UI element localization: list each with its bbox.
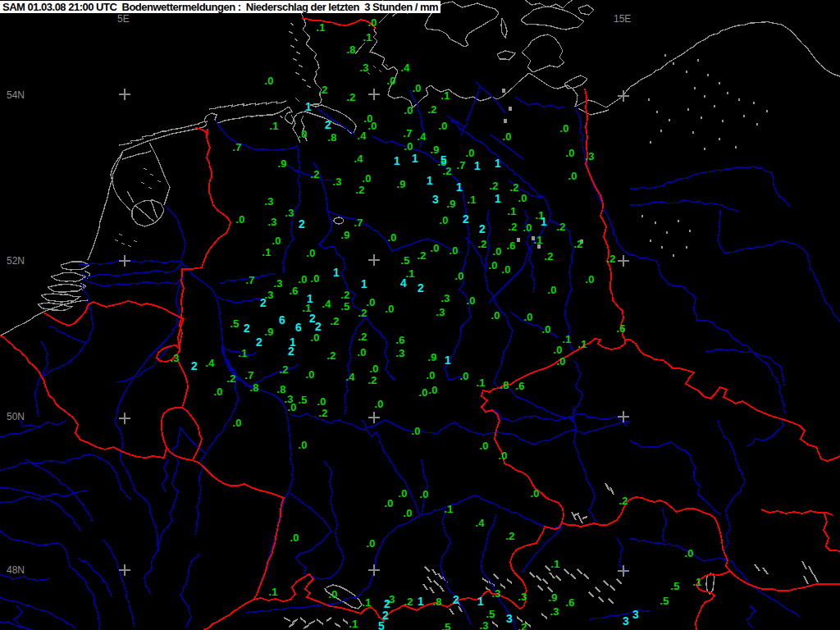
svg-text:.2: .2	[404, 596, 413, 608]
svg-text:.2: .2	[490, 180, 499, 192]
svg-text:.0: .0	[523, 221, 532, 234]
svg-text:6: 6	[279, 313, 285, 326]
svg-text:1: 1	[456, 180, 463, 194]
svg-text:.2: .2	[227, 372, 236, 385]
svg-text:.0: .0	[404, 140, 413, 153]
svg-text:.2: .2	[518, 621, 527, 630]
svg-text:.3: .3	[274, 277, 283, 290]
svg-text:2: 2	[418, 281, 424, 294]
svg-text:.2: .2	[574, 238, 583, 250]
svg-text:.8: .8	[433, 596, 442, 608]
svg-text:.1: .1	[363, 596, 372, 609]
svg-text:.0: .0	[431, 242, 440, 254]
svg-text:1: 1	[495, 157, 501, 170]
svg-text:.2: .2	[545, 250, 554, 262]
svg-text:.1: .1	[441, 89, 450, 102]
svg-text:3: 3	[623, 614, 629, 628]
svg-text:.5: .5	[671, 580, 680, 592]
svg-text:3: 3	[632, 608, 639, 621]
svg-text:.0: .0	[311, 331, 320, 344]
svg-text:.4: .4	[401, 62, 411, 74]
svg-text:.0: .0	[370, 363, 379, 375]
svg-text:1: 1	[394, 154, 400, 167]
svg-text:.3: .3	[586, 150, 595, 162]
svg-text:.0: .0	[367, 537, 376, 550]
svg-text:.4: .4	[346, 371, 356, 383]
svg-text:.2: .2	[619, 495, 628, 507]
svg-text:.9: .9	[341, 229, 350, 241]
svg-text:.0: .0	[265, 75, 274, 87]
svg-text:.9: .9	[447, 198, 456, 210]
svg-text:1: 1	[305, 100, 312, 113]
svg-text:.5: .5	[299, 394, 308, 406]
svg-text:.2: .2	[319, 407, 328, 419]
svg-text:.8: .8	[328, 131, 337, 144]
svg-text:.3: .3	[518, 591, 527, 603]
svg-text:2: 2	[325, 118, 331, 131]
svg-text:.9: .9	[431, 144, 440, 156]
svg-text:5: 5	[441, 153, 447, 167]
svg-text:.2: .2	[327, 349, 336, 362]
svg-text:.6: .6	[290, 285, 299, 297]
svg-text:.1: .1	[349, 618, 358, 630]
svg-text:.6: .6	[566, 596, 575, 609]
svg-text:.2: .2	[347, 91, 356, 103]
svg-text:.2: .2	[356, 184, 365, 196]
svg-text:.0: .0	[413, 82, 422, 94]
svg-text:.5: .5	[231, 317, 240, 330]
svg-text:.7: .7	[246, 274, 255, 286]
svg-text:.1: .1	[508, 205, 517, 217]
svg-text:.0: .0	[387, 75, 396, 87]
svg-text:.3: .3	[492, 587, 501, 600]
svg-text:2: 2	[256, 336, 262, 349]
svg-text:.0: .0	[307, 247, 316, 259]
svg-text:.2: .2	[368, 374, 377, 386]
svg-text:.5: .5	[401, 254, 410, 267]
svg-text:.0: .0	[236, 213, 245, 226]
svg-text:48N: 48N	[7, 564, 25, 576]
svg-text:1: 1	[541, 215, 547, 228]
svg-text:.1: .1	[578, 338, 587, 350]
svg-text:.0: .0	[420, 488, 429, 500]
svg-text:.7: .7	[404, 127, 413, 139]
svg-text:15E: 15E	[614, 13, 631, 25]
svg-text:.1: .1	[317, 21, 326, 34]
svg-text:.0: .0	[460, 370, 469, 382]
svg-text:.0: .0	[502, 263, 511, 276]
svg-text:.1: .1	[262, 246, 272, 258]
svg-text:.6: .6	[507, 240, 516, 252]
svg-text:.2: .2	[331, 315, 340, 327]
svg-text:5E: 5E	[117, 13, 130, 25]
svg-text:1: 1	[474, 159, 481, 172]
svg-text:54N: 54N	[7, 89, 25, 101]
svg-text:.0: .0	[429, 384, 438, 396]
svg-text:.9: .9	[428, 351, 437, 363]
svg-text:.0: .0	[518, 192, 527, 204]
svg-text:.1: .1	[445, 503, 454, 515]
svg-text:.0: .0	[299, 128, 308, 140]
svg-text:.0: .0	[385, 497, 394, 509]
svg-text:.0: .0	[404, 507, 413, 519]
svg-text:.0: .0	[489, 259, 498, 272]
svg-text:.0: .0	[290, 532, 299, 544]
svg-text:.4: .4	[206, 357, 216, 369]
svg-text:.0: .0	[493, 245, 502, 258]
svg-text:6: 6	[295, 321, 302, 334]
svg-text:.0: .0	[586, 273, 595, 285]
svg-text:52N: 52N	[7, 255, 25, 267]
svg-text:.1: .1	[406, 267, 415, 280]
svg-text:.0: .0	[375, 398, 384, 410]
svg-text:.3: .3	[285, 207, 294, 219]
svg-text:.5: .5	[341, 300, 350, 313]
svg-text:2: 2	[260, 296, 267, 309]
svg-text:.5: .5	[442, 621, 451, 630]
svg-text:1: 1	[333, 266, 340, 279]
svg-text:.2: .2	[428, 103, 437, 116]
svg-text:4: 4	[400, 276, 407, 290]
svg-text:.0: .0	[524, 311, 533, 323]
svg-text:.3: .3	[171, 352, 180, 364]
svg-text:.3: .3	[360, 62, 369, 74]
svg-text:.0: .0	[531, 487, 540, 500]
svg-text:.7: .7	[457, 159, 466, 171]
svg-text:.4: .4	[322, 298, 332, 310]
